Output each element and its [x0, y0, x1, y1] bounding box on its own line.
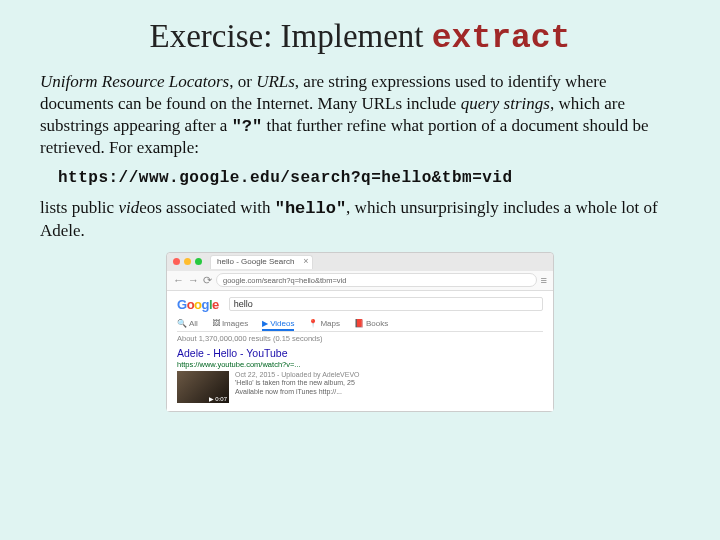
back-icon[interactable]: ←: [173, 274, 184, 286]
browser-mockup: hello - Google Search ← → ⟳ google.com/s…: [166, 252, 554, 412]
result-title[interactable]: Adele - Hello - YouTube: [177, 347, 543, 359]
example-url: https://www.google.edu/search?q=hello&tb…: [58, 169, 680, 187]
search-input[interactable]: hello: [229, 297, 543, 311]
browser-titlebar: hello - Google Search: [167, 253, 553, 271]
window-controls: [173, 258, 202, 265]
google-logo[interactable]: Google: [177, 297, 219, 312]
result-url: https://www.youtube.com/watch?v=...: [177, 360, 543, 369]
search-tabs: 🔍 All 🖼 Images ▶ Videos 📍 Maps 📕 Books: [177, 316, 543, 332]
slide-title: Exercise: Implement extract: [40, 18, 680, 57]
close-icon[interactable]: [173, 258, 180, 265]
search-row: Google hello: [177, 297, 543, 312]
paragraph-2: lists public videos associated with "hel…: [40, 197, 680, 242]
video-thumbnail[interactable]: [177, 371, 229, 403]
result-stats: About 1,370,000,000 results (0.15 second…: [177, 334, 543, 343]
page-content: Google hello 🔍 All 🖼 Images ▶ Videos 📍 M…: [167, 291, 553, 411]
reload-icon[interactable]: ⟳: [203, 274, 212, 287]
menu-icon[interactable]: ≡: [541, 274, 547, 286]
address-bar-row: ← → ⟳ google.com/search?q=hello&tbm=vid …: [167, 271, 553, 291]
minimize-icon[interactable]: [184, 258, 191, 265]
search-result: Adele - Hello - YouTube https://www.yout…: [177, 347, 543, 403]
address-input[interactable]: google.com/search?q=hello&tbm=vid: [216, 273, 537, 287]
tab-all[interactable]: 🔍 All: [177, 319, 198, 328]
tab-books[interactable]: 📕 Books: [354, 319, 388, 328]
result-snippet: Oct 22, 2015 - Uploaded by AdeleVEVO 'He…: [235, 371, 360, 403]
tab-videos[interactable]: ▶ Videos: [262, 319, 294, 331]
tab-maps[interactable]: 📍 Maps: [308, 319, 340, 328]
title-code: extract: [432, 20, 571, 57]
title-prefix: Exercise: Implement: [150, 18, 432, 54]
browser-tab[interactable]: hello - Google Search: [210, 255, 313, 269]
forward-icon[interactable]: →: [188, 274, 199, 286]
maximize-icon[interactable]: [195, 258, 202, 265]
result-body: Oct 22, 2015 - Uploaded by AdeleVEVO 'He…: [177, 371, 543, 403]
paragraph-1: Uniform Resource Locators, or URLs, are …: [40, 71, 680, 159]
tab-images[interactable]: 🖼 Images: [212, 319, 248, 328]
